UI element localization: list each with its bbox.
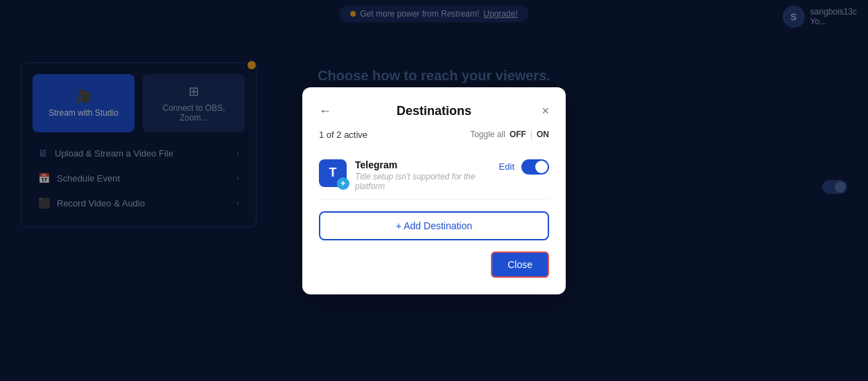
active-count-label: 1 of 2 active [319, 130, 367, 140]
toggle-all-label: Toggle all [470, 130, 505, 139]
toggle-divider: | [530, 130, 532, 139]
destination-subtitle: Title setup isn't supported for the plat… [355, 172, 491, 191]
close-modal-button[interactable]: Close [491, 251, 549, 278]
add-destination-button[interactable]: + Add Destination [319, 211, 549, 240]
destinations-modal: ← Destinations × 1 of 2 active Toggle al… [302, 87, 566, 294]
modal-overlay: ← Destinations × 1 of 2 active Toggle al… [0, 0, 868, 381]
modal-header: ← Destinations × [319, 104, 549, 118]
modal-back-button[interactable]: ← [319, 104, 331, 118]
telegram-initial: T [329, 166, 337, 180]
telegram-avatar: T ✈ [319, 159, 347, 187]
toggle-knob [535, 161, 548, 173]
toggle-on-label[interactable]: ON [537, 130, 549, 139]
toggle-off-label[interactable]: OFF [510, 130, 526, 139]
modal-title: Destinations [397, 104, 471, 118]
active-status-row: 1 of 2 active Toggle all OFF | ON [319, 130, 549, 140]
telegram-destination-item: T ✈ Telegram Title setup isn't supported… [319, 151, 549, 200]
destination-toggle[interactable] [521, 159, 549, 175]
edit-destination-button[interactable]: Edit [499, 161, 514, 172]
destination-right-controls: Edit [499, 159, 549, 175]
toggle-all-row: Toggle all OFF | ON [470, 130, 549, 139]
telegram-badge-icon: ✈ [337, 177, 349, 190]
destination-info: Telegram Title setup isn't supported for… [355, 159, 491, 191]
destination-name: Telegram [355, 159, 491, 170]
modal-x-close-button[interactable]: × [541, 104, 549, 118]
